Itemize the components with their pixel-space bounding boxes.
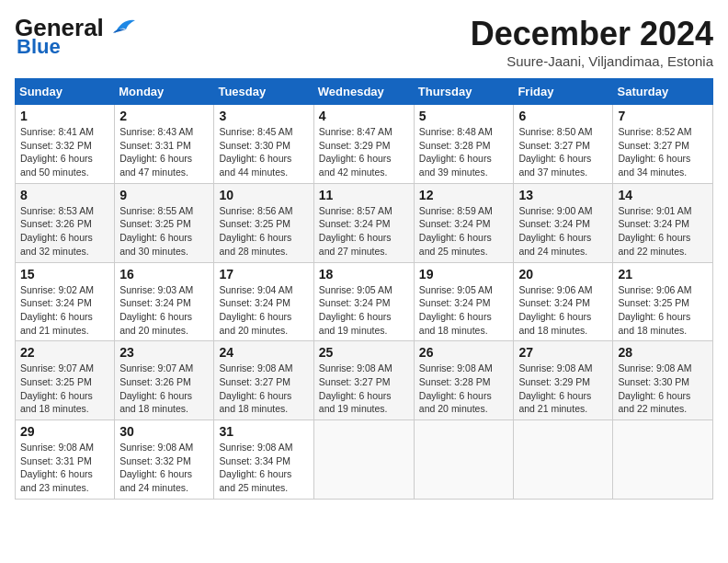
day-number: 13 (518, 188, 608, 202)
calendar-day-cell: 25Sunrise: 9:08 AMSunset: 3:27 PMDayligh… (313, 341, 414, 420)
day-number: 3 (219, 109, 308, 123)
day-info: Sunrise: 9:03 AMSunset: 3:24 PMDaylight:… (119, 283, 209, 338)
calendar-week-row: 29Sunrise: 9:08 AMSunset: 3:31 PMDayligh… (16, 420, 713, 500)
day-number: 6 (518, 109, 608, 123)
calendar-day-cell: 16Sunrise: 9:03 AMSunset: 3:24 PMDayligh… (115, 262, 214, 341)
day-number: 17 (219, 267, 308, 282)
day-number: 12 (419, 188, 509, 202)
calendar-day-cell: 9Sunrise: 8:55 AMSunset: 3:25 PMDaylight… (115, 183, 214, 262)
calendar-day-cell: 24Sunrise: 9:08 AMSunset: 3:27 PMDayligh… (214, 341, 313, 420)
calendar-day-cell: 19Sunrise: 9:05 AMSunset: 3:24 PMDayligh… (414, 262, 514, 341)
day-number: 21 (618, 267, 708, 282)
day-info: Sunrise: 8:56 AMSunset: 3:25 PMDaylight:… (219, 204, 308, 259)
calendar-table: SundayMondayTuesdayWednesdayThursdayFrid… (15, 78, 713, 500)
calendar-day-cell: 17Sunrise: 9:04 AMSunset: 3:24 PMDayligh… (214, 262, 313, 341)
day-info: Sunrise: 9:05 AMSunset: 3:24 PMDaylight:… (419, 283, 509, 338)
calendar-day-cell: 23Sunrise: 9:07 AMSunset: 3:26 PMDayligh… (115, 341, 214, 420)
day-info: Sunrise: 9:06 AMSunset: 3:24 PMDaylight:… (518, 283, 608, 338)
day-info: Sunrise: 9:07 AMSunset: 3:25 PMDaylight:… (20, 362, 109, 416)
calendar-day-cell: 5Sunrise: 8:48 AMSunset: 3:28 PMDaylight… (414, 105, 514, 184)
day-number: 5 (419, 109, 509, 123)
day-info: Sunrise: 8:55 AMSunset: 3:25 PMDaylight:… (119, 204, 209, 259)
day-info: Sunrise: 9:08 AMSunset: 3:31 PMDaylight:… (20, 441, 109, 495)
weekday-header: Saturday (613, 79, 713, 105)
day-info: Sunrise: 8:59 AMSunset: 3:24 PMDaylight:… (419, 204, 509, 259)
day-number: 30 (119, 424, 209, 439)
day-info: Sunrise: 8:57 AMSunset: 3:24 PMDaylight:… (319, 204, 409, 259)
day-info: Sunrise: 9:08 AMSunset: 3:30 PMDaylight:… (618, 362, 708, 416)
calendar-day-cell: 26Sunrise: 9:08 AMSunset: 3:28 PMDayligh… (414, 341, 514, 420)
calendar-day-cell: 20Sunrise: 9:06 AMSunset: 3:24 PMDayligh… (514, 262, 613, 341)
day-info: Sunrise: 9:06 AMSunset: 3:25 PMDaylight:… (618, 283, 708, 338)
calendar-week-row: 8Sunrise: 8:53 AMSunset: 3:26 PMDaylight… (16, 183, 713, 262)
month-title: December 2024 (471, 15, 713, 53)
calendar-day-cell: 12Sunrise: 8:59 AMSunset: 3:24 PMDayligh… (414, 183, 514, 262)
day-number: 25 (319, 345, 409, 360)
day-number: 14 (618, 188, 708, 202)
title-block: December 2024 Suure-Jaani, Viljandimaa, … (471, 15, 713, 69)
calendar-day-cell: 4Sunrise: 8:47 AMSunset: 3:29 PMDaylight… (313, 105, 414, 184)
day-number: 15 (20, 267, 109, 282)
day-number: 10 (219, 188, 308, 202)
day-info: Sunrise: 9:08 AMSunset: 3:27 PMDaylight:… (219, 362, 308, 416)
day-number: 8 (20, 188, 109, 202)
day-number: 27 (518, 345, 608, 360)
calendar-day-cell: 14Sunrise: 9:01 AMSunset: 3:24 PMDayligh… (613, 183, 713, 262)
day-number: 28 (618, 345, 708, 360)
calendar-day-cell: 28Sunrise: 9:08 AMSunset: 3:30 PMDayligh… (613, 341, 713, 420)
weekday-header: Friday (514, 79, 613, 105)
calendar-day-cell: 6Sunrise: 8:50 AMSunset: 3:27 PMDaylight… (514, 105, 613, 184)
day-info: Sunrise: 9:04 AMSunset: 3:24 PMDaylight:… (219, 283, 308, 338)
calendar-day-cell: 22Sunrise: 9:07 AMSunset: 3:25 PMDayligh… (16, 341, 115, 420)
calendar-day-cell: 2Sunrise: 8:43 AMSunset: 3:31 PMDaylight… (115, 105, 214, 184)
day-number: 18 (319, 267, 409, 282)
day-info: Sunrise: 8:50 AMSunset: 3:27 PMDaylight:… (518, 125, 608, 179)
location-subtitle: Suure-Jaani, Viljandimaa, Estonia (471, 53, 713, 69)
weekday-header: Sunday (16, 79, 115, 105)
day-info: Sunrise: 8:47 AMSunset: 3:29 PMDaylight:… (319, 125, 409, 179)
weekday-header: Wednesday (313, 79, 414, 105)
day-info: Sunrise: 9:02 AMSunset: 3:24 PMDaylight:… (20, 283, 109, 338)
calendar-week-row: 22Sunrise: 9:07 AMSunset: 3:25 PMDayligh… (16, 341, 713, 420)
day-info: Sunrise: 8:41 AMSunset: 3:32 PMDaylight:… (20, 125, 109, 179)
day-info: Sunrise: 8:45 AMSunset: 3:30 PMDaylight:… (219, 125, 308, 179)
day-number: 7 (618, 109, 708, 123)
day-number: 4 (319, 109, 409, 123)
day-number: 23 (119, 345, 209, 360)
day-number: 20 (518, 267, 608, 282)
day-info: Sunrise: 8:52 AMSunset: 3:27 PMDaylight:… (618, 125, 708, 179)
day-info: Sunrise: 8:43 AMSunset: 3:31 PMDaylight:… (119, 125, 209, 179)
calendar-day-cell: 29Sunrise: 9:08 AMSunset: 3:31 PMDayligh… (16, 420, 115, 500)
calendar-day-cell: 10Sunrise: 8:56 AMSunset: 3:25 PMDayligh… (214, 183, 313, 262)
empty-cell (414, 420, 514, 500)
day-number: 1 (20, 109, 109, 123)
weekday-header: Monday (115, 79, 214, 105)
calendar-day-cell: 13Sunrise: 9:00 AMSunset: 3:24 PMDayligh… (514, 183, 613, 262)
day-number: 29 (20, 424, 109, 439)
page-header: General Blue December 2024 Suure-Jaani, … (15, 15, 713, 69)
calendar-week-row: 15Sunrise: 9:02 AMSunset: 3:24 PMDayligh… (16, 262, 713, 341)
empty-cell (613, 420, 713, 500)
calendar-day-cell: 7Sunrise: 8:52 AMSunset: 3:27 PMDaylight… (613, 105, 713, 184)
day-number: 24 (219, 345, 308, 360)
calendar-day-cell: 8Sunrise: 8:53 AMSunset: 3:26 PMDaylight… (16, 183, 115, 262)
logo-blue-text: Blue (17, 36, 137, 58)
day-number: 2 (119, 109, 209, 123)
day-info: Sunrise: 9:08 AMSunset: 3:27 PMDaylight:… (319, 362, 409, 416)
day-info: Sunrise: 9:08 AMSunset: 3:29 PMDaylight:… (518, 362, 608, 416)
day-info: Sunrise: 8:53 AMSunset: 3:26 PMDaylight:… (20, 204, 109, 259)
day-number: 31 (219, 424, 308, 439)
calendar-week-row: 1Sunrise: 8:41 AMSunset: 3:32 PMDaylight… (16, 105, 713, 184)
empty-cell (313, 420, 414, 500)
day-number: 26 (419, 345, 509, 360)
weekday-header: Tuesday (214, 79, 313, 105)
day-info: Sunrise: 9:05 AMSunset: 3:24 PMDaylight:… (319, 283, 409, 338)
day-number: 16 (119, 267, 209, 282)
calendar-day-cell: 15Sunrise: 9:02 AMSunset: 3:24 PMDayligh… (16, 262, 115, 341)
empty-cell (514, 420, 613, 500)
day-info: Sunrise: 9:08 AMSunset: 3:32 PMDaylight:… (119, 441, 209, 495)
day-number: 11 (319, 188, 409, 202)
day-info: Sunrise: 9:08 AMSunset: 3:34 PMDaylight:… (219, 441, 308, 495)
calendar-day-cell: 18Sunrise: 9:05 AMSunset: 3:24 PMDayligh… (313, 262, 414, 341)
calendar-day-cell: 30Sunrise: 9:08 AMSunset: 3:32 PMDayligh… (115, 420, 214, 500)
